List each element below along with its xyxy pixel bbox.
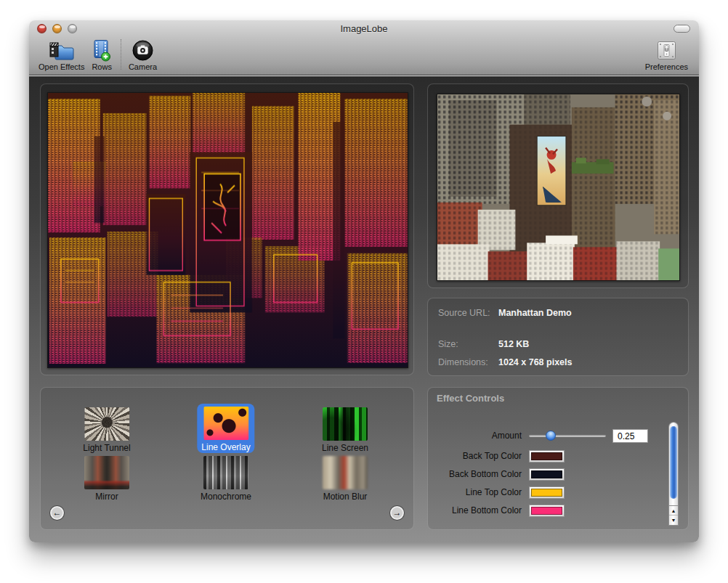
mirror-label: Mirror [95, 492, 118, 502]
light-tunnel-thumbnail [84, 407, 129, 441]
effect-item-monochrome[interactable]: Monochrome [201, 456, 251, 502]
line-screen-thumbnail [323, 407, 368, 441]
line-overlay-label: Line Overlay [201, 442, 250, 452]
filmstrip-add-icon [92, 38, 111, 62]
scrollbar-buttons: ▲ ▼ [668, 505, 679, 526]
source-url-label: Source URL: [438, 308, 490, 318]
processed-preview-panel [40, 83, 414, 375]
amount-value-field[interactable]: 0.25 [612, 429, 648, 443]
size-row: Size: 512 KB [438, 339, 458, 349]
source-photo-panel [427, 83, 689, 288]
amount-label: Amount [428, 431, 529, 441]
camera-button[interactable]: Camera [129, 38, 157, 71]
motion-blur-label: Motion Blur [323, 492, 368, 502]
back-bottom-color-chip [531, 470, 562, 478]
size-label: Size: [438, 339, 458, 349]
scroll-up-arrow[interactable]: ▲ [669, 506, 678, 515]
dimensions-label: Dimensions: [438, 357, 488, 367]
toolbar: Open Effects [29, 35, 699, 75]
previous-effects-arrow-button[interactable]: ← [50, 506, 64, 520]
effect-controls-title: Effect Controls [437, 393, 504, 404]
back-top-color-well[interactable] [529, 450, 565, 462]
back-bottom-color-row: Back Bottom Color [428, 467, 565, 481]
toolbar-toggle-pill[interactable] [674, 25, 690, 33]
window-title: ImageLobe [29, 23, 699, 34]
back-bottom-color-label: Back Bottom Color [428, 469, 529, 479]
controls-scrollbar[interactable]: ▲ ▼ [668, 422, 679, 526]
title-bar: ImageLobe [29, 20, 699, 76]
scrollbar-thumb[interactable] [670, 426, 677, 499]
line-screen-label: Line Screen [322, 443, 368, 453]
open-effects-label: Open Effects [39, 62, 84, 71]
monochrome-thumbnail [203, 456, 248, 489]
back-top-color-label: Back Top Color [428, 451, 529, 461]
line-bottom-color-well[interactable] [529, 505, 565, 517]
effect-item-mirror[interactable]: Mirror [84, 456, 129, 502]
mirror-thumbnail [84, 456, 129, 489]
preferences-label: Preferences [645, 62, 688, 71]
effect-controls-panel: Effect Controls Amount 0.25 Back Top Col… [427, 387, 689, 530]
line-top-color-row: Line Top Color [428, 485, 565, 500]
content-area: Source URL: Manhattan Demo Size: 512 KB … [29, 76, 699, 542]
effects-browser-panel: Light Tunnel Line Overlay Line Screen Mi… [40, 387, 414, 530]
image-info-panel: Source URL: Manhattan Demo Size: 512 KB … [427, 298, 689, 376]
amount-slider-track[interactable] [529, 434, 606, 437]
dimensions-row: Dimensions: 1024 x 768 pixels [438, 357, 488, 367]
effect-item-line-screen[interactable]: Line Screen [322, 407, 368, 453]
amount-slider[interactable] [529, 431, 606, 441]
back-top-color-chip [531, 452, 562, 460]
size-value: 512 KB [498, 339, 680, 349]
original-photo [437, 94, 680, 281]
rows-label: Rows [92, 62, 112, 71]
line-bottom-color-chip [531, 507, 562, 515]
amount-row: Amount 0.25 [428, 428, 648, 443]
processed-image [47, 92, 408, 368]
light-tunnel-label: Light Tunnel [83, 443, 130, 453]
scroll-down-arrow[interactable]: ▼ [669, 515, 678, 525]
line-top-color-chip [531, 489, 562, 497]
back-top-color-row: Back Top Color [428, 449, 565, 463]
dimensions-value: 1024 x 768 pixels [498, 357, 680, 367]
line-top-color-label: Line Top Color [428, 487, 529, 497]
folder-clapper-icon [49, 38, 75, 62]
motion-blur-thumbnail [323, 456, 368, 489]
line-bottom-color-label: Line Bottom Color [428, 505, 529, 515]
camera-icon [132, 38, 154, 62]
amount-slider-thumb[interactable] [546, 431, 556, 441]
monochrome-label: Monochrome [201, 492, 251, 502]
line-overlay-thumbnail [203, 407, 248, 440]
effect-item-motion-blur[interactable]: Motion Blur [323, 456, 368, 502]
open-effects-button[interactable]: Open Effects [39, 38, 84, 71]
app-window: ImageLobe [29, 20, 699, 542]
effect-item-light-tunnel[interactable]: Light Tunnel [83, 407, 130, 453]
light-switch-icon [657, 38, 676, 62]
back-bottom-color-well[interactable] [529, 468, 565, 481]
source-url-row: Source URL: Manhattan Demo [438, 308, 490, 318]
rows-button[interactable]: Rows [92, 38, 112, 71]
preferences-button[interactable]: Preferences [645, 38, 688, 71]
next-effects-arrow-button[interactable]: → [390, 506, 404, 520]
line-top-color-well[interactable] [529, 486, 565, 499]
camera-label: Camera [129, 62, 157, 71]
toolbar-separator [121, 39, 121, 70]
source-url-value: Manhattan Demo [498, 308, 680, 318]
effect-item-line-overlay[interactable]: Line Overlay [197, 404, 254, 453]
line-bottom-color-row: Line Bottom Color [428, 503, 565, 518]
